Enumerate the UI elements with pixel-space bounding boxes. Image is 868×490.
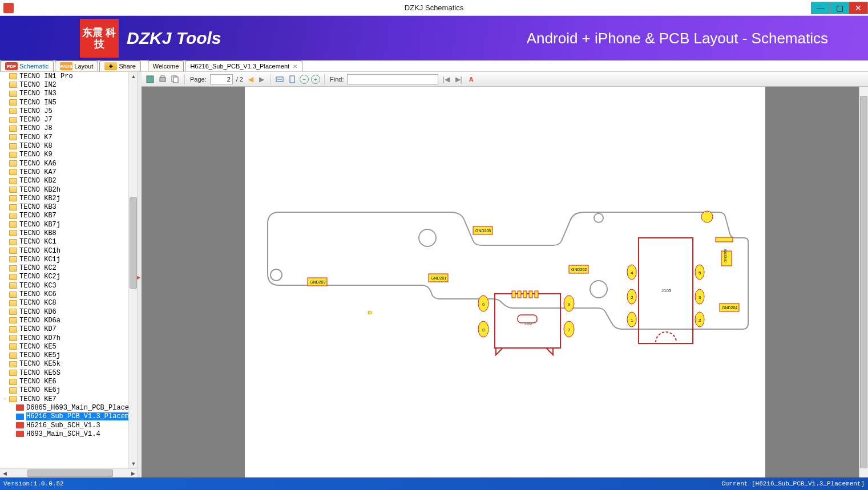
folder-icon — [9, 160, 17, 167]
page-input[interactable] — [210, 74, 233, 84]
tree-folder[interactable]: TECNO KD6 — [0, 307, 128, 316]
folder-icon — [9, 326, 17, 333]
tree-file[interactable]: H6216_Sub_PCB_V1.3_Placement — [0, 412, 128, 421]
tree-folder[interactable]: TECNO KC6 — [0, 290, 128, 298]
tab-share[interactable]: ✚ Share — [99, 60, 140, 71]
j102-label: J102 — [524, 322, 532, 326]
maximize-button[interactable]: ▢ — [830, 2, 849, 14]
viewer-scrollbar-vertical[interactable] — [859, 87, 868, 477]
tree-item-label: TECNO KE6j — [19, 386, 60, 394]
tree-folder[interactable]: TECNO J8 — [0, 124, 128, 133]
tree-folder[interactable]: TECNO J5 — [0, 107, 128, 115]
tree-folder[interactable]: TECNO IN3 — [0, 90, 128, 98]
fit-width-icon[interactable] — [274, 74, 285, 84]
svg-text:3: 3 — [699, 295, 701, 300]
svg-text:4: 4 — [631, 270, 633, 276]
tree-folder[interactable]: TECNO KB2j — [0, 194, 128, 203]
tree-folder[interactable]: TECNO KE5 — [0, 342, 128, 351]
tree-folder[interactable]: TECNO KD7 — [0, 325, 128, 334]
tab-document[interactable]: H6216_Sub_PCB_V1.3_Placement ✕ — [185, 60, 302, 71]
tree-folder[interactable]: TECNO KC1h — [0, 246, 128, 255]
tree-folder[interactable]: TECNO KE6 — [0, 377, 128, 386]
tab-layout[interactable]: PADS Layout — [55, 60, 98, 71]
tab-schematic[interactable]: PDF Schematic — [0, 60, 54, 71]
tree-folder[interactable]: TECNO KB8 — [0, 229, 128, 237]
tree-folder[interactable]: TECNO K9 — [0, 151, 128, 159]
tab-close-icon[interactable]: ✕ — [293, 63, 297, 70]
tree-folder[interactable]: TECNO KE5k — [0, 360, 128, 368]
tree-folder[interactable]: TECNO KC2j — [0, 273, 128, 281]
scroll-up-icon[interactable]: ▲ — [129, 72, 138, 81]
tree-folder[interactable]: TECNO KC1j — [0, 255, 128, 264]
svg-rect-12 — [495, 294, 560, 348]
prev-page-icon[interactable]: ◀ — [247, 75, 255, 83]
tree-file[interactable]: D6865_H693_Main_PCB_Placement_V2 — [0, 403, 128, 412]
tree-folder[interactable]: TECNO K8 — [0, 141, 128, 150]
file-tree[interactable]: TECNO IN1 ProTECNO IN2TECNO IN3TECNO IN5… — [0, 72, 128, 468]
highlight-icon[interactable]: A — [466, 74, 477, 84]
tree-folder[interactable]: TECNO KA7 — [0, 168, 128, 176]
zoom-in-icon[interactable]: + — [311, 75, 320, 84]
scroll-left-icon[interactable]: ◀ — [0, 469, 9, 478]
tree-folder[interactable]: TECNO KD6a — [0, 316, 128, 325]
gnd206-label: GND206 — [721, 249, 732, 266]
tree-file[interactable]: H6216_Sub_SCH_V1.3 — [0, 421, 128, 430]
scroll-thumb[interactable] — [130, 197, 137, 289]
tree-folder[interactable]: TECNO KB7j — [0, 220, 128, 229]
tree-folder[interactable]: TECNO IN2 — [0, 80, 128, 89]
tree-item-label: TECNO KE6 — [19, 378, 56, 386]
viewer-canvas[interactable]: J102 J103 6 8 9 7 4 — [142, 87, 868, 477]
tree-item-label: TECNO KC2 — [19, 264, 56, 272]
find-prev-icon[interactable]: |◀ — [441, 75, 451, 83]
folder-icon — [9, 300, 17, 306]
tree-item-label: TECNO KC1h — [19, 247, 60, 255]
svg-rect-2 — [161, 76, 164, 78]
tree-folder[interactable]: TECNO KC2 — [0, 264, 128, 273]
tree-file[interactable]: H693_Main_SCH_V1.4 — [0, 430, 128, 438]
print-icon[interactable] — [158, 74, 168, 84]
tree-folder[interactable]: TECNO KB3 — [0, 203, 128, 211]
minimize-button[interactable]: — — [811, 2, 830, 14]
zoom-out-icon[interactable]: − — [300, 75, 309, 84]
svg-point-54 — [368, 311, 372, 314]
window-controls: — ▢ ✕ — [812, 2, 868, 14]
svg-rect-6 — [290, 76, 294, 83]
tree-folder[interactable]: TECNO IN1 Pro — [0, 72, 128, 80]
fit-page-icon[interactable] — [287, 74, 297, 84]
tree-folder[interactable]: −TECNO KE7 — [0, 395, 128, 403]
copy-icon[interactable] — [170, 74, 180, 84]
scroll-down-icon[interactable]: ▼ — [129, 459, 138, 468]
tree-folder[interactable]: TECNO J7 — [0, 115, 128, 124]
find-next-icon[interactable]: ▶| — [454, 75, 464, 83]
scroll-thumb[interactable] — [27, 469, 113, 477]
tab-welcome[interactable]: Welcome — [148, 60, 184, 71]
close-button[interactable]: ✕ — [849, 2, 868, 14]
tree-folder[interactable]: TECNO KE5j — [0, 351, 128, 360]
tree-folder[interactable]: TECNO KA6 — [0, 159, 128, 168]
next-page-icon[interactable]: ▶ — [257, 75, 266, 83]
tree-folder[interactable]: TECNO KC3 — [0, 281, 128, 290]
tree-folder[interactable]: TECNO KB2 — [0, 177, 128, 185]
titlebar: DZKJ Schematics — ▢ ✕ — [0, 0, 868, 16]
tree-folder[interactable]: TECNO KB7 — [0, 212, 128, 220]
folder-icon — [9, 125, 17, 132]
find-input[interactable] — [347, 74, 438, 84]
tree-folder[interactable]: TECNO KB2h — [0, 185, 128, 194]
tree-item-label: TECNO K7 — [19, 133, 53, 141]
tree-folder[interactable]: TECNO IN5 — [0, 98, 128, 107]
scroll-right-icon[interactable]: ▶ — [128, 469, 138, 478]
folder-icon — [9, 221, 17, 228]
save-icon[interactable] — [145, 74, 155, 84]
tree-folder[interactable]: TECNO KE5S — [0, 368, 128, 377]
folder-icon — [9, 108, 17, 114]
tree-scrollbar-vertical[interactable]: ▲ ▼ — [128, 72, 138, 468]
tree-folder[interactable]: TECNO KE6j — [0, 386, 128, 395]
tree-folder[interactable]: TECNO KC8 — [0, 299, 128, 307]
tree-folder[interactable]: TECNO KD7h — [0, 334, 128, 342]
folder-icon — [9, 195, 17, 201]
tree-folder[interactable]: TECNO K7 — [0, 133, 128, 141]
tree-item-label: TECNO KE7 — [19, 395, 56, 403]
tree-scrollbar-horizontal[interactable]: ◀ ▶ — [0, 468, 138, 477]
tree-folder[interactable]: TECNO KC1 — [0, 238, 128, 246]
scroll-thumb[interactable] — [860, 96, 867, 468]
